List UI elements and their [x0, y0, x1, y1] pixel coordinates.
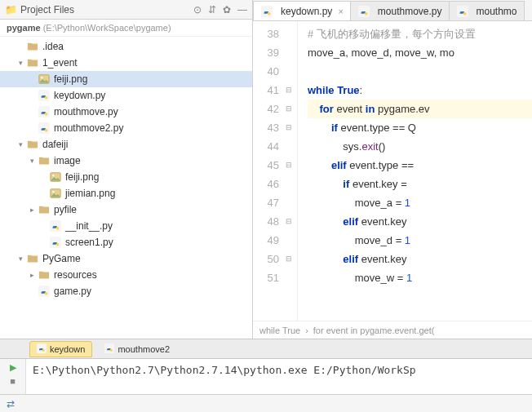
- py-icon: [38, 122, 51, 135]
- minimize-icon[interactable]: —: [237, 4, 247, 16]
- tree-node-label: jiemian.png: [65, 188, 115, 199]
- fold-marker-icon[interactable]: ⊟: [284, 250, 294, 268]
- project-toolbar: 📁 Project Files ⊙ ⇵ ✿ —: [0, 0, 252, 20]
- code-line[interactable]: move_d = 1: [308, 231, 532, 250]
- code-line[interactable]: move_a, move_d, move_w, mo: [308, 43, 532, 62]
- target-icon[interactable]: ⊙: [193, 4, 202, 16]
- line-number: 44: [253, 137, 279, 156]
- tree-node-label: feiji.png: [65, 171, 99, 183]
- editor-tab[interactable]: mouthmove.py: [350, 1, 450, 20]
- project-breadcrumb: pygame (E:\Python\WorkSpace\pygame): [0, 20, 252, 37]
- expand-arrow-icon[interactable]: ▸: [28, 271, 36, 279]
- code-line[interactable]: # 飞机的移动偏移量，每个方向设置: [308, 24, 532, 43]
- tree-node[interactable]: screen1.py: [0, 234, 252, 250]
- code-line[interactable]: move_w = 1: [308, 268, 532, 287]
- tree-node[interactable]: ▾PyGame: [0, 250, 252, 267]
- tree-node[interactable]: ▾dafeiji: [0, 136, 252, 153]
- console-output[interactable]: E:\Python\Python2.7\Python2.7.14\python.…: [26, 359, 532, 394]
- project-sidebar: 📁 Project Files ⊙ ⇵ ✿ — pygame (E:\Pytho…: [0, 0, 253, 339]
- tree-node[interactable]: keydown.py: [0, 87, 252, 104]
- py-icon: [38, 285, 51, 298]
- tree-node[interactable]: feiji.png: [0, 169, 252, 185]
- collapse-icon[interactable]: ⇵: [208, 4, 216, 16]
- tree-node-label: mouthmove.py: [54, 106, 118, 117]
- tree-node[interactable]: mouthmove.py: [0, 104, 252, 120]
- svg-point-3: [45, 96, 48, 100]
- expand-arrow-icon[interactable]: ▾: [16, 140, 24, 148]
- folder-icon: [26, 56, 39, 69]
- gear-icon[interactable]: ✿: [223, 4, 231, 16]
- svg-point-23: [463, 11, 466, 15]
- expand-arrow-icon[interactable]: ▾: [16, 59, 24, 67]
- code-line[interactable]: elif event.type ==: [308, 156, 532, 175]
- line-number: 43: [253, 118, 279, 137]
- editor-tab[interactable]: keydown.py×: [253, 1, 351, 20]
- run-tab[interactable]: keydown: [29, 341, 92, 357]
- tree-node[interactable]: ▾image: [0, 153, 252, 169]
- tree-node-label: PyGame: [42, 253, 81, 264]
- fold-marker-icon: [284, 137, 294, 156]
- tree-node-label: game.py: [54, 286, 91, 297]
- tree-node[interactable]: mouthmove2.py: [0, 120, 252, 136]
- line-number: 39: [253, 43, 279, 62]
- fold-marker-icon[interactable]: ⊟: [284, 118, 294, 137]
- img-icon: [49, 187, 62, 200]
- line-number: 50: [253, 250, 279, 268]
- code-line[interactable]: if event.type == Q: [308, 118, 532, 137]
- tree-node[interactable]: .idea: [0, 38, 252, 55]
- close-icon[interactable]: ×: [338, 7, 343, 16]
- project-tree[interactable]: .idea▾1_eventfeiji.pngkeydown.pymouthmov…: [0, 37, 252, 339]
- line-number: 46: [253, 175, 279, 193]
- code-line[interactable]: move_a = 1: [308, 193, 532, 212]
- fold-marker-icon[interactable]: ⊟: [284, 212, 294, 231]
- svg-point-25: [42, 348, 45, 351]
- fold-marker-icon[interactable]: ⊟: [284, 100, 294, 118]
- tree-node-label: dafeiji: [42, 139, 68, 150]
- svg-point-11: [52, 191, 54, 193]
- expand-arrow-icon[interactable]: ▾: [28, 157, 36, 165]
- tree-node[interactable]: game.py: [0, 283, 252, 299]
- code-line[interactable]: for event in pygame.ev: [308, 100, 532, 118]
- crumb-sep-icon: ›: [305, 326, 308, 335]
- tree-node-label: 1_event: [42, 57, 78, 69]
- run-icon[interactable]: ▶: [10, 362, 16, 373]
- tree-node-label: resources: [54, 269, 97, 281]
- expand-arrow-icon[interactable]: ▾: [16, 255, 24, 263]
- tree-node[interactable]: __init__.py: [0, 218, 252, 234]
- python-icon: [37, 343, 47, 355]
- sync-icon[interactable]: ⇄: [7, 398, 15, 410]
- line-number: 38: [253, 24, 279, 43]
- svg-point-15: [56, 243, 60, 246]
- crumb-while[interactable]: while True: [259, 326, 300, 335]
- expand-arrow-icon[interactable]: ▸: [28, 206, 36, 214]
- fold-marker-icon[interactable]: ⊟: [284, 156, 294, 175]
- fold-marker-icon: [284, 62, 294, 81]
- line-number: 49: [253, 231, 279, 250]
- code-area[interactable]: # 飞机的移动偏移量，每个方向设置move_a, move_d, move_w,…: [298, 21, 532, 321]
- fold-marker-icon: [284, 193, 294, 212]
- folder-icon: [38, 268, 51, 281]
- crumb-for[interactable]: for event in pygame.event.get(: [313, 326, 435, 335]
- stop-icon[interactable]: ■: [10, 376, 16, 386]
- svg-point-21: [365, 11, 368, 15]
- tree-node[interactable]: ▾1_event: [0, 55, 252, 71]
- code-line[interactable]: elif event.key: [308, 250, 532, 268]
- tree-node[interactable]: ▸pyfile: [0, 202, 252, 218]
- editor-tab[interactable]: mouthmo: [449, 1, 525, 20]
- code-line[interactable]: elif event.key: [308, 212, 532, 231]
- svg-point-19: [268, 11, 271, 15]
- run-tab[interactable]: mouthmove2: [97, 341, 177, 357]
- code-line[interactable]: [308, 62, 532, 81]
- line-number: 47: [253, 193, 279, 212]
- code-line[interactable]: sys.exit(): [308, 137, 532, 156]
- tree-node-label: pyfile: [54, 204, 77, 215]
- fold-marker-icon[interactable]: ⊟: [284, 81, 294, 100]
- tab-label: keydown.py: [281, 6, 332, 17]
- code-line[interactable]: while True:: [308, 81, 532, 100]
- fold-marker-icon: [284, 268, 294, 287]
- code-line[interactable]: if event.key =: [308, 175, 532, 193]
- tree-node[interactable]: jiemian.png: [0, 185, 252, 202]
- tree-node[interactable]: ▸resources: [0, 267, 252, 283]
- tree-node-label: screen1.py: [65, 237, 113, 248]
- tree-node[interactable]: feiji.png: [0, 71, 252, 87]
